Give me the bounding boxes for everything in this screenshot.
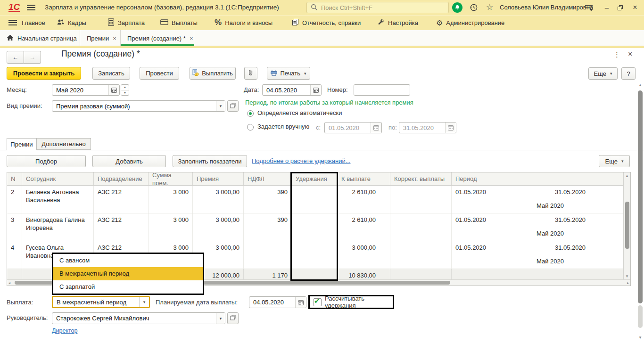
open-manager-button[interactable] (227, 312, 239, 324)
pay-button[interactable]: Выплатить (190, 67, 236, 80)
scroll-down-icon[interactable]: ▼ (624, 274, 630, 279)
radio-manual-period[interactable] (247, 124, 254, 131)
service-menu-icon[interactable] (585, 5, 593, 13)
planned-date-field[interactable]: 04.05.2020 (249, 296, 306, 308)
col-employee[interactable]: Сотрудник (22, 172, 94, 185)
month-spinner[interactable]: ▴ ▾ (121, 84, 129, 96)
pick-button[interactable]: Подбор (7, 155, 86, 167)
manager-field[interactable]: Старокожев Сергей Михайлович ▾ (52, 312, 225, 324)
calendar-icon[interactable] (310, 85, 321, 95)
open-bonus-type-button[interactable] (227, 100, 239, 112)
global-search[interactable] (306, 2, 449, 13)
form-close-icon[interactable]: × (628, 50, 632, 58)
save-button[interactable]: Записать (92, 67, 130, 80)
post-button[interactable]: Провести (140, 67, 179, 80)
menu-item-taxes[interactable]: % Налоги и взносы (215, 15, 272, 30)
tab-bonuses-page[interactable]: Премии (7, 138, 37, 150)
notifications-bell-icon[interactable] (452, 2, 462, 13)
scroll-up-icon[interactable]: ▲ (637, 83, 643, 88)
calc-withholdings-checkbox[interactable]: ✔ (314, 298, 322, 306)
col-department[interactable]: Подразделение (94, 172, 149, 185)
table-row[interactable]: 2 Беляева Антонина Васильевна АЗС 212 3 … (7, 186, 623, 213)
menu-item-administration[interactable]: ⚙ Администрирование (436, 15, 504, 30)
form-more-button[interactable]: Еще▾ (588, 67, 618, 80)
chevron-down-icon[interactable]: ▾ (216, 313, 225, 324)
col-n[interactable]: N (7, 172, 22, 185)
table-vertical-scrollbar[interactable]: ▲ ▼ (623, 172, 630, 280)
menu-item-settings[interactable]: Настройка (377, 15, 418, 30)
radio-auto-period[interactable] (247, 110, 254, 117)
scroll-up-icon[interactable]: ▲ (624, 174, 630, 179)
col-correction[interactable]: Коррект. выплаты (390, 172, 452, 185)
table-row[interactable]: 3 Виноградова Галина Игоревна АЗС 212 3 … (7, 213, 623, 241)
calendar-icon[interactable] (371, 122, 381, 133)
col-bonus[interactable]: Премия (193, 172, 244, 185)
current-user-name[interactable]: Соловьева Юлия Владимировна (500, 0, 593, 15)
scroll-left-icon[interactable]: ◂ (8, 281, 10, 286)
menu-item-hr[interactable]: Кадры (57, 15, 86, 30)
scroll-right-icon[interactable]: ▸ (627, 281, 629, 286)
spinner-down-icon[interactable]: ▾ (121, 90, 129, 96)
calendar-icon[interactable] (295, 297, 306, 308)
tab-close-icon[interactable]: × (190, 35, 193, 42)
minimize-icon[interactable]: – (603, 0, 611, 15)
calendar-icon[interactable] (108, 85, 119, 95)
add-button[interactable]: Добавить (92, 155, 166, 167)
period-to-field[interactable]: 31.05.2020 (399, 122, 456, 133)
search-input[interactable] (320, 4, 445, 12)
close-window-icon[interactable]: × (631, 0, 639, 15)
payment-combo[interactable]: В межрасчетный период ▾ (52, 296, 150, 308)
menu-item-reports[interactable]: Отчетность, справки (291, 15, 361, 30)
form-more-dots-icon[interactable]: ⋮ (613, 50, 620, 59)
restore-window-icon[interactable] (618, 5, 623, 12)
scrollbar-thumb[interactable] (638, 90, 643, 303)
window-vertical-scrollbar[interactable]: ▲ ▼ (637, 83, 643, 340)
favorites-star-icon[interactable]: ☆ (486, 0, 493, 15)
back-icon[interactable]: ← (7, 51, 24, 64)
menu-item-payments[interactable]: Выплаты (160, 15, 198, 30)
report-icon (291, 18, 299, 27)
attachments-button[interactable] (244, 67, 257, 80)
radio-manual-period-label[interactable]: Задается вручную (257, 123, 309, 130)
dropdown-item-with-salary[interactable]: С зарплатой (53, 280, 203, 294)
forward-icon[interactable]: → (24, 51, 41, 64)
dropdown-item-advance[interactable]: С авансом (53, 254, 203, 267)
scroll-down-icon[interactable]: ▼ (637, 335, 643, 340)
table-more-button[interactable]: Еще▾ (599, 155, 630, 167)
col-payout[interactable]: К выплате (338, 172, 390, 185)
tab-bonuses-list[interactable]: Премии× (80, 30, 121, 46)
calc-withholdings-label[interactable]: Рассчитывать удержания (325, 295, 393, 309)
period-from-field[interactable]: 01.05.2020 (324, 122, 382, 133)
print-button[interactable]: Печать▾ (267, 67, 310, 80)
scrollbar-track-segment[interactable] (638, 305, 643, 328)
withholdings-details-link[interactable]: Подробнее о расчете удержаний... (252, 157, 351, 164)
history-icon[interactable] (470, 3, 478, 13)
number-field[interactable] (354, 84, 410, 96)
dropdown-item-interpay[interactable]: В межрасчетный период (53, 267, 203, 280)
chevron-down-icon[interactable]: ▾ (216, 101, 225, 111)
col-amount[interactable]: Сумма прем. (149, 172, 193, 185)
col-withholdings[interactable]: Удержания (292, 172, 338, 185)
col-ndfl[interactable]: НДФЛ (244, 172, 292, 185)
tab-close-icon[interactable]: × (113, 35, 116, 42)
menu-item-salary[interactable]: Зарплата (107, 15, 145, 30)
sections-menu-icon[interactable] (8, 15, 17, 30)
main-menu-icon[interactable] (27, 4, 35, 12)
radio-auto-period-label[interactable]: Определяется автоматически (257, 109, 342, 116)
month-field[interactable]: Май 2020 (52, 84, 120, 96)
chevron-down-icon[interactable]: ▾ (139, 297, 149, 307)
help-button[interactable]: ? (621, 67, 636, 80)
scrollbar-thumb[interactable] (625, 202, 629, 249)
manager-position-link[interactable]: Директор (52, 327, 77, 334)
spinner-up-icon[interactable]: ▴ (121, 85, 129, 90)
menu-item-main[interactable]: Главное (22, 15, 45, 30)
tab-additional-page[interactable]: Дополнительно (36, 138, 91, 150)
calendar-icon[interactable] (445, 122, 456, 133)
post-and-close-button[interactable]: Провести и закрыть (7, 67, 81, 80)
tab-home[interactable]: Начальная страница (0, 30, 80, 46)
bonus-type-field[interactable]: Премия разовая (суммой) ▾ (52, 100, 225, 112)
tab-bonus-create[interactable]: Премия (создание) *× (121, 30, 194, 46)
col-period[interactable]: Период (452, 172, 623, 185)
fill-indicators-button[interactable]: Заполнить показатели (173, 155, 247, 167)
date-field[interactable]: 04.05.2020 (262, 84, 322, 96)
